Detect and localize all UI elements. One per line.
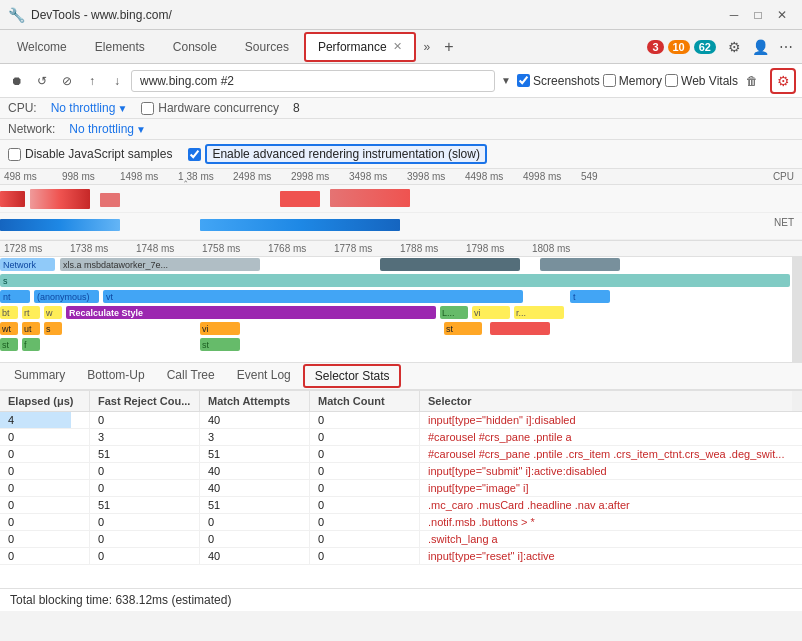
network-dropdown[interactable]: No throttling ▼ (69, 122, 146, 136)
timeline-net-track[interactable]: NET (0, 213, 802, 239)
disable-js-label: Disable JavaScript samples (8, 147, 172, 161)
table-row-4: 0 0 40 0 input[type="image" i] (0, 480, 802, 497)
tab-welcome[interactable]: Welcome (4, 32, 80, 62)
flame-block-rt[interactable]: rt (22, 306, 40, 319)
flame-block-s[interactable]: s (0, 274, 790, 287)
table-row-0: 4 0 40 0 input[type="hidden" i]:disabled (0, 412, 802, 429)
bottom-tabs: Summary Bottom-Up Call Tree Event Log Se… (0, 363, 802, 391)
timeline-area: 498 ms 998 ms 1498 ms 1‸38 ms 2498 ms 29… (0, 169, 802, 241)
flame-block-network[interactable]: Network (0, 258, 55, 271)
tab-performance[interactable]: Performance ✕ (304, 32, 416, 62)
flame-block-recalc[interactable]: Recalculate Style (66, 306, 436, 319)
flame-block-anon[interactable]: (anonymous) (34, 290, 99, 303)
flame-block-st3[interactable]: st (0, 338, 18, 351)
table-row-7: 0 0 0 0 .switch_lang a (0, 531, 802, 548)
cpu-track-label: CPU (773, 171, 794, 182)
devtools-settings-btn[interactable]: ⚙ (770, 68, 796, 94)
web-vitals-checkbox[interactable] (665, 74, 678, 87)
url-dropdown-btn[interactable]: ▼ (498, 70, 514, 92)
url-input[interactable] (131, 70, 495, 92)
flame-block-s2[interactable]: s (44, 322, 62, 335)
memory-checkbox[interactable] (603, 74, 616, 87)
net-track-label: NET (774, 217, 794, 228)
controls-row: CPU: No throttling ▼ Hardware concurrenc… (0, 98, 802, 119)
tab-event-log[interactable]: Event Log (227, 365, 301, 387)
flame-row-5: st f st (0, 338, 802, 353)
tab-add[interactable]: + (438, 34, 459, 60)
enable-rendering-checkbox[interactable] (188, 148, 201, 161)
enable-rendering-label: Enable advanced rendering instrumentatio… (188, 144, 487, 164)
flame-block-ut[interactable]: ut (22, 322, 40, 335)
cpu-bar-4 (280, 191, 320, 207)
network-row: Network: No throttling ▼ (0, 119, 802, 140)
screenshots-label: Screenshots (517, 74, 600, 88)
flame-block-l[interactable]: L... (440, 306, 468, 319)
tab-sources[interactable]: Sources (232, 32, 302, 62)
flame-row-1: s (0, 274, 802, 289)
network-dropdown-arrow: ▼ (136, 124, 146, 135)
cpu-dropdown-arrow: ▼ (117, 103, 127, 114)
timeline-cpu-track[interactable] (0, 185, 802, 213)
download-btn[interactable]: ↓ (106, 70, 128, 92)
flame-block-dark1[interactable] (380, 258, 520, 271)
flame-block-nt[interactable]: nt (0, 290, 30, 303)
flame-block-w[interactable]: w (44, 306, 62, 319)
memory-label: Memory (603, 74, 662, 88)
flame-block-wt[interactable]: wt (0, 322, 18, 335)
table-row-6: 0 0 0 0 .notif.msb .buttons > * (0, 514, 802, 531)
address-bar: ⏺ ↺ ⊘ ↑ ↓ ▼ Screenshots Memory Web Vital… (0, 64, 802, 98)
flame-block-vi[interactable]: vi (472, 306, 510, 319)
flame-block-st4[interactable]: st (200, 338, 240, 351)
timeline-ruler: 498 ms 998 ms 1498 ms 1‸38 ms 2498 ms 29… (0, 169, 802, 185)
hardware-concurrency-checkbox[interactable] (141, 102, 154, 115)
flame-block-f[interactable]: f (22, 338, 40, 351)
cpu-dropdown[interactable]: No throttling ▼ (51, 101, 128, 115)
screenshots-checkbox[interactable] (517, 74, 530, 87)
reload-btn[interactable]: ↺ (31, 70, 53, 92)
flame-row-3: bt rt w Recalculate Style L... vi r... (0, 306, 802, 321)
flame-block-dark2[interactable] (540, 258, 620, 271)
flame-block-bt[interactable]: bt (0, 306, 18, 319)
table-row-8: 0 0 40 0 input[type="reset" i]:active (0, 548, 802, 565)
tab-bottom-up[interactable]: Bottom-Up (77, 365, 154, 387)
upload-btn[interactable]: ↑ (81, 70, 103, 92)
maximize-btn[interactable]: □ (746, 3, 770, 27)
cpu-bar-3 (100, 193, 120, 207)
enable-rendering-text: Enable advanced rendering instrumentatio… (205, 144, 487, 164)
close-btn[interactable]: ✕ (770, 3, 794, 27)
trash-btn[interactable]: 🗑 (741, 70, 763, 92)
badge-warnings: 10 (668, 40, 690, 54)
stats-table-header: Elapsed (μs) Fast Reject Cou... Match At… (0, 391, 802, 412)
tab-console[interactable]: Console (160, 32, 230, 62)
tab-overflow[interactable]: » (418, 36, 437, 58)
table-row-1: 0 3 3 0 #carousel #crs_pane .pntile a (0, 429, 802, 446)
flame-block-worker[interactable]: xls.a msbdataworker_7e... (60, 258, 260, 271)
badge-errors: 3 (647, 40, 663, 54)
stats-table-body[interactable]: 4 0 40 0 input[type="hidden" i]:disabled… (0, 412, 802, 588)
checkbox-row: Disable JavaScript samples Enable advanc… (0, 140, 802, 169)
settings-gear-btn[interactable]: ⚙ (722, 35, 746, 59)
disable-js-checkbox[interactable] (8, 148, 21, 161)
tab-elements[interactable]: Elements (82, 32, 158, 62)
flame-block-r[interactable]: r... (514, 306, 564, 319)
clear-btn[interactable]: ⊘ (56, 70, 78, 92)
flame-block-vi2[interactable]: vi (200, 322, 240, 335)
minimize-btn[interactable]: ─ (722, 3, 746, 27)
cpu-bar-2 (30, 189, 90, 209)
flame-row-2: nt (anonymous) vt t (0, 290, 802, 305)
record-btn[interactable]: ⏺ (6, 70, 28, 92)
title-bar: 🔧 DevTools - www.bing.com/ ─ □ ✕ (0, 0, 802, 30)
tab-call-tree[interactable]: Call Tree (157, 365, 225, 387)
web-vitals-label: Web Vitals (665, 74, 738, 88)
flame-block-st2[interactable]: st (444, 322, 482, 335)
tab-selector-stats[interactable]: Selector Stats (303, 364, 402, 388)
flame-scrollbar[interactable] (792, 257, 802, 363)
flame-block-red[interactable] (490, 322, 550, 335)
flame-block-vt[interactable]: vt (103, 290, 523, 303)
tab-performance-close[interactable]: ✕ (393, 40, 402, 53)
flame-block-t[interactable]: t (570, 290, 610, 303)
tab-summary[interactable]: Summary (4, 365, 75, 387)
more-btn[interactable]: ⋯ (774, 35, 798, 59)
user-btn[interactable]: 👤 (748, 35, 772, 59)
cpu-label: CPU: (8, 101, 37, 115)
